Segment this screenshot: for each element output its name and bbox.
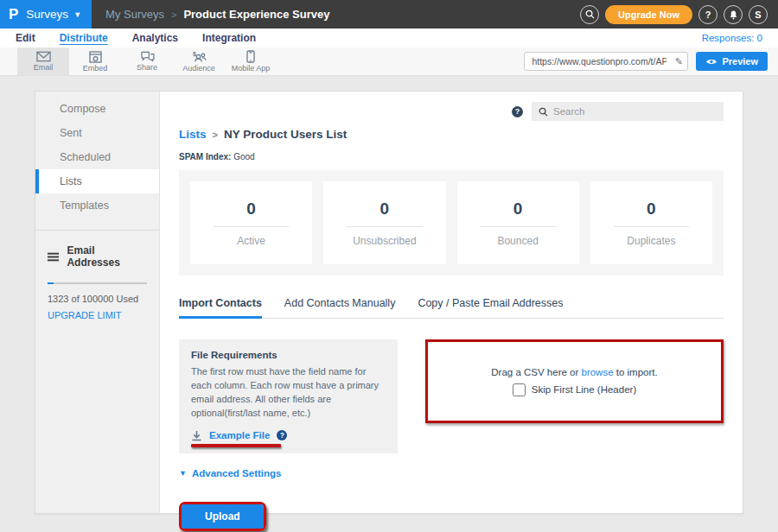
csv-dropzone[interactable]: Drag a CSV here or browse to import. Ski… — [425, 339, 724, 423]
skip-first-line-label: Skip First Line (Header) — [532, 384, 636, 395]
download-icon — [191, 430, 202, 441]
contact-search-box[interactable] — [532, 102, 724, 121]
mobile-app-icon — [246, 50, 255, 63]
preview-button[interactable]: Preview — [696, 52, 768, 71]
eye-icon — [705, 58, 717, 66]
stat-divider — [347, 226, 423, 227]
email-distribution-panel: Compose Sent Scheduled Lists Templates E… — [35, 91, 743, 514]
usage-progress-fill — [48, 282, 54, 284]
page-background: Compose Sent Scheduled Lists Templates E… — [0, 76, 778, 532]
example-file-row: Example File ? — [191, 430, 287, 441]
caret-down-icon: ▼ — [179, 469, 187, 478]
list-name: NY Product Users List — [224, 128, 347, 141]
upgrade-limit-link[interactable]: UPGRADE LIMIT — [48, 310, 147, 320]
channel-audience[interactable]: $ Audience — [173, 48, 225, 75]
upload-button[interactable]: Upload — [182, 504, 264, 529]
email-icon — [36, 51, 51, 62]
sidebar-item-compose[interactable]: Compose — [35, 97, 159, 121]
svg-text:$: $ — [193, 51, 196, 58]
distribute-toolbar: Email Embed Share $ Audience Mobile App … — [0, 48, 778, 76]
sidebar-item-sent[interactable]: Sent — [35, 121, 159, 145]
usage-progress-bar — [48, 282, 147, 284]
tab-integration[interactable]: Integration — [202, 32, 256, 44]
search-icon — [539, 107, 548, 117]
spam-index-value: Good — [231, 152, 254, 162]
bell-icon — [729, 10, 738, 20]
search-input[interactable] — [553, 106, 717, 117]
browse-link[interactable]: browse — [581, 367, 613, 377]
survey-url-field[interactable]: ✎ — [524, 52, 688, 71]
file-requirements-title: File Requirements — [191, 350, 386, 360]
upgrade-now-button[interactable]: Upgrade Now — [605, 5, 692, 24]
example-file-help-icon[interactable]: ? — [277, 430, 287, 440]
stat-card-duplicates: 0 Duplicates — [590, 181, 712, 264]
tab-copy-paste-email-addresses[interactable]: Copy / Paste Email Addresses — [418, 297, 563, 318]
breadcrumb-lists-link[interactable]: Lists — [179, 128, 207, 141]
channel-label: Embed — [83, 64, 108, 73]
import-content: File Requirements The first row must hav… — [179, 339, 724, 453]
notifications-button[interactable] — [724, 5, 743, 24]
survey-nav: Edit Distribute Analytics Integration Re… — [0, 28, 778, 48]
product-name: Surveys — [26, 8, 68, 21]
questionpro-logo: P — [9, 7, 18, 22]
share-icon — [140, 51, 155, 62]
sidebar-menu: Compose Sent Scheduled Lists Templates — [35, 92, 159, 218]
file-requirements-body: The first row must have the field name f… — [191, 365, 386, 421]
spam-index-label: SPAM Index: — [179, 152, 231, 162]
list-detail-main: ? Lists > NY Product Users List SPAM Ind… — [160, 92, 743, 513]
annotation-red-underline — [191, 444, 281, 447]
stat-value: 0 — [380, 200, 390, 218]
stat-value: 0 — [647, 200, 656, 218]
sidebar-item-lists[interactable]: Lists — [35, 169, 159, 193]
skip-first-line-checkbox[interactable] — [513, 383, 526, 396]
sidebar-item-scheduled[interactable]: Scheduled — [35, 145, 159, 169]
channel-label: Audience — [182, 64, 215, 73]
stat-card-active: 0 Active — [190, 181, 312, 264]
top-bar: P Surveys ▼ My Surveys > Product Experie… — [0, 0, 778, 28]
chevron-down-icon: ▼ — [73, 10, 81, 19]
responses-count[interactable]: Responses: 0 — [702, 33, 762, 43]
channel-share[interactable]: Share — [121, 48, 173, 75]
tab-edit[interactable]: Edit — [16, 32, 35, 44]
channel-label: Email — [34, 63, 54, 72]
channel-email[interactable]: Email — [17, 48, 69, 75]
channel-mobile-app[interactable]: Mobile App — [225, 48, 277, 75]
dropzone-text-suffix: to import. — [614, 367, 658, 377]
email-addresses-section: Email Addresses 1323 of 100000 Used UPGR… — [35, 230, 159, 334]
avatar[interactable]: S — [749, 5, 768, 24]
breadcrumb-separator: > — [213, 130, 218, 140]
breadcrumb-my-surveys[interactable]: My Surveys — [105, 8, 164, 21]
logo-area[interactable]: P Surveys ▼ — [0, 0, 92, 28]
list-breadcrumb: Lists > NY Product Users List — [179, 128, 724, 141]
breadcrumb: My Surveys > Product Experience Survey — [105, 0, 329, 28]
example-file-link[interactable]: Example File — [209, 430, 270, 440]
list-lines-icon — [48, 252, 59, 262]
channel-embed[interactable]: Embed — [69, 48, 121, 75]
survey-url-input[interactable] — [525, 56, 670, 66]
sidebar-item-templates[interactable]: Templates — [35, 193, 159, 218]
tab-import-contacts[interactable]: Import Contacts — [179, 297, 262, 319]
list-stats: 0 Active 0 Unsubscribed 0 Bounced 0 — [179, 170, 724, 276]
usage-text: 1323 of 100000 Used — [48, 294, 147, 304]
contact-tabs: Import Contacts Add Contacts Manually Co… — [179, 297, 724, 319]
product-switcher[interactable]: Surveys ▼ — [26, 8, 81, 21]
tab-distribute[interactable]: Distribute — [60, 32, 108, 44]
stat-label: Unsubscribed — [353, 235, 416, 247]
spam-index: SPAM Index: Good — [179, 152, 724, 162]
breadcrumb-separator: > — [171, 10, 176, 20]
stat-label: Duplicates — [627, 235, 675, 247]
search-button[interactable] — [580, 5, 599, 24]
dropzone-text: Drag a CSV here or browse to import. — [491, 367, 657, 377]
help-badge-icon[interactable]: ? — [512, 106, 523, 117]
channel-label: Mobile App — [232, 64, 271, 73]
stat-value: 0 — [513, 200, 523, 218]
tab-add-contacts-manually[interactable]: Add Contacts Manually — [284, 297, 396, 318]
stat-divider — [614, 226, 690, 227]
page-title: Product Experience Survey — [183, 8, 329, 21]
edit-url-icon[interactable]: ✎ — [670, 56, 687, 67]
help-button[interactable]: ? — [698, 5, 717, 24]
stat-divider — [214, 226, 290, 227]
advanced-settings-toggle[interactable]: ▼ Advanced Settings — [179, 468, 724, 478]
tab-analytics[interactable]: Analytics — [132, 32, 178, 44]
email-addresses-header: Email Addresses — [48, 244, 147, 269]
